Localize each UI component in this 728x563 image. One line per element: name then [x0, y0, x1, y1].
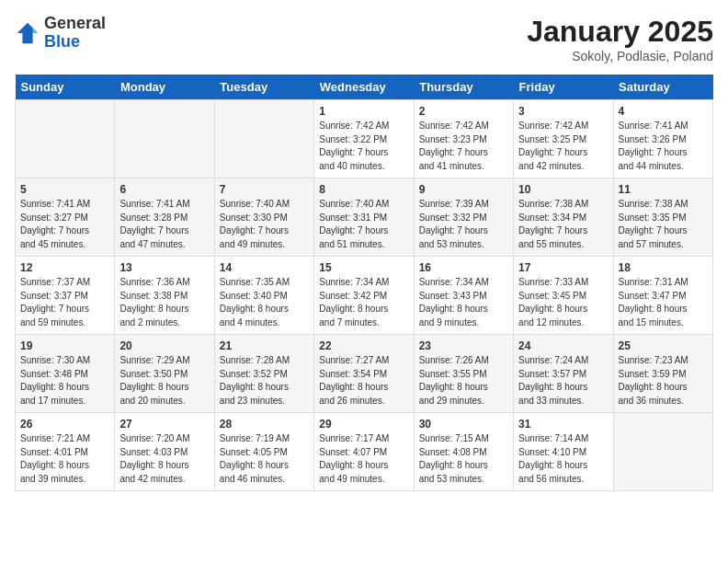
- calendar-cell: [214, 100, 313, 178]
- day-number: 6: [119, 183, 209, 196]
- day-number: 27: [119, 418, 209, 431]
- cell-text: Sunrise: 7:39 AMSunset: 3:32 PMDaylight:…: [419, 198, 508, 251]
- day-number: 24: [518, 339, 608, 352]
- calendar-cell: 24Sunrise: 7:24 AMSunset: 3:57 PMDayligh…: [514, 335, 613, 413]
- day-number: 20: [119, 339, 209, 352]
- cell-text: Sunrise: 7:34 AMSunset: 3:42 PMDaylight:…: [319, 276, 408, 329]
- header-cell-wednesday: Wednesday: [314, 75, 414, 100]
- header-cell-tuesday: Tuesday: [214, 75, 313, 100]
- cell-text: Sunrise: 7:38 AMSunset: 3:34 PMDaylight:…: [518, 198, 608, 251]
- week-row-5: 26Sunrise: 7:21 AMSunset: 4:01 PMDayligh…: [16, 413, 713, 491]
- cell-text: Sunrise: 7:33 AMSunset: 3:45 PMDaylight:…: [518, 276, 608, 329]
- header-cell-saturday: Saturday: [613, 75, 712, 100]
- calendar-cell: 15Sunrise: 7:34 AMSunset: 3:42 PMDayligh…: [314, 257, 414, 335]
- calendar-cell: 25Sunrise: 7:23 AMSunset: 3:59 PMDayligh…: [613, 335, 712, 413]
- calendar-cell: 27Sunrise: 7:20 AMSunset: 4:03 PMDayligh…: [115, 413, 214, 491]
- day-number: 30: [419, 418, 508, 431]
- header-cell-thursday: Thursday: [414, 75, 513, 100]
- calendar-cell: 17Sunrise: 7:33 AMSunset: 3:45 PMDayligh…: [514, 257, 613, 335]
- calendar-cell: 21Sunrise: 7:28 AMSunset: 3:52 PMDayligh…: [214, 335, 313, 413]
- day-number: 31: [518, 418, 608, 431]
- week-row-1: 1Sunrise: 7:42 AMSunset: 3:22 PMDaylight…: [16, 100, 713, 178]
- day-number: 25: [619, 339, 708, 352]
- cell-text: Sunrise: 7:41 AMSunset: 3:27 PMDaylight:…: [20, 198, 109, 251]
- calendar-cell: 2Sunrise: 7:42 AMSunset: 3:23 PMDaylight…: [414, 100, 513, 178]
- location-text: Sokoly, Podlasie, Poland: [527, 49, 713, 63]
- calendar-cell: 20Sunrise: 7:29 AMSunset: 3:50 PMDayligh…: [115, 335, 214, 413]
- cell-text: Sunrise: 7:20 AMSunset: 4:03 PMDaylight:…: [119, 432, 209, 486]
- header-row: SundayMondayTuesdayWednesdayThursdayFrid…: [16, 75, 713, 100]
- cell-text: Sunrise: 7:27 AMSunset: 3:54 PMDaylight:…: [319, 354, 408, 408]
- day-number: 14: [220, 261, 309, 274]
- title-area: January 2025 Sokoly, Podlasie, Poland: [527, 15, 713, 63]
- cell-text: Sunrise: 7:17 AMSunset: 4:07 PMDaylight:…: [319, 432, 408, 486]
- calendar-cell: 29Sunrise: 7:17 AMSunset: 4:07 PMDayligh…: [314, 413, 414, 491]
- cell-text: Sunrise: 7:42 AMSunset: 3:22 PMDaylight:…: [319, 120, 408, 173]
- day-number: 4: [619, 105, 708, 118]
- header-cell-friday: Friday: [514, 75, 613, 100]
- cell-text: Sunrise: 7:40 AMSunset: 3:30 PMDaylight:…: [220, 198, 309, 251]
- calendar-cell: 19Sunrise: 7:30 AMSunset: 3:48 PMDayligh…: [16, 335, 115, 413]
- logo-text: General Blue: [44, 15, 106, 52]
- calendar-cell: 11Sunrise: 7:38 AMSunset: 3:35 PMDayligh…: [613, 178, 712, 257]
- day-number: 7: [220, 183, 309, 196]
- calendar-cell: 26Sunrise: 7:21 AMSunset: 4:01 PMDayligh…: [16, 413, 115, 491]
- cell-text: Sunrise: 7:41 AMSunset: 3:28 PMDaylight:…: [119, 198, 209, 251]
- calendar-body: 1Sunrise: 7:42 AMSunset: 3:22 PMDaylight…: [16, 100, 713, 491]
- day-number: 3: [518, 105, 608, 118]
- header-cell-sunday: Sunday: [16, 75, 115, 100]
- day-number: 5: [20, 183, 109, 196]
- calendar-cell: 5Sunrise: 7:41 AMSunset: 3:27 PMDaylight…: [16, 178, 115, 257]
- day-number: 16: [419, 261, 508, 274]
- cell-text: Sunrise: 7:42 AMSunset: 3:25 PMDaylight:…: [518, 120, 608, 173]
- logo-general-text: General: [44, 15, 106, 33]
- logo: General Blue: [15, 15, 106, 52]
- cell-text: Sunrise: 7:42 AMSunset: 3:23 PMDaylight:…: [419, 120, 508, 173]
- week-row-2: 5Sunrise: 7:41 AMSunset: 3:27 PMDaylight…: [16, 178, 713, 257]
- calendar-cell: 1Sunrise: 7:42 AMSunset: 3:22 PMDaylight…: [314, 100, 414, 178]
- calendar-cell: 9Sunrise: 7:39 AMSunset: 3:32 PMDaylight…: [414, 178, 513, 257]
- day-number: 10: [518, 183, 608, 196]
- calendar-cell: 14Sunrise: 7:35 AMSunset: 3:40 PMDayligh…: [214, 257, 313, 335]
- day-number: 12: [20, 261, 109, 274]
- day-number: 18: [619, 261, 708, 274]
- cell-text: Sunrise: 7:19 AMSunset: 4:05 PMDaylight:…: [220, 432, 309, 486]
- day-number: 1: [319, 105, 408, 118]
- day-number: 17: [518, 261, 608, 274]
- calendar-header: SundayMondayTuesdayWednesdayThursdayFrid…: [16, 75, 713, 100]
- cell-text: Sunrise: 7:30 AMSunset: 3:48 PMDaylight:…: [20, 354, 109, 408]
- calendar-cell: 28Sunrise: 7:19 AMSunset: 4:05 PMDayligh…: [214, 413, 313, 491]
- calendar-cell: [16, 100, 115, 178]
- logo-blue-text: Blue: [44, 33, 106, 52]
- month-title: January 2025: [527, 15, 713, 49]
- calendar-cell: 16Sunrise: 7:34 AMSunset: 3:43 PMDayligh…: [414, 257, 513, 335]
- day-number: 21: [220, 339, 309, 352]
- svg-marker-1: [33, 28, 39, 33]
- week-row-4: 19Sunrise: 7:30 AMSunset: 3:48 PMDayligh…: [16, 335, 713, 413]
- cell-text: Sunrise: 7:28 AMSunset: 3:52 PMDaylight:…: [220, 354, 309, 408]
- calendar-cell: 6Sunrise: 7:41 AMSunset: 3:28 PMDaylight…: [115, 178, 214, 257]
- calendar-cell: 23Sunrise: 7:26 AMSunset: 3:55 PMDayligh…: [414, 335, 513, 413]
- day-number: 29: [319, 418, 408, 431]
- day-number: 26: [20, 418, 109, 431]
- cell-text: Sunrise: 7:21 AMSunset: 4:01 PMDaylight:…: [20, 432, 109, 486]
- calendar-cell: 10Sunrise: 7:38 AMSunset: 3:34 PMDayligh…: [514, 178, 613, 257]
- day-number: 28: [220, 418, 309, 431]
- cell-text: Sunrise: 7:24 AMSunset: 3:57 PMDaylight:…: [518, 354, 608, 408]
- calendar-cell: 7Sunrise: 7:40 AMSunset: 3:30 PMDaylight…: [214, 178, 313, 257]
- day-number: 13: [119, 261, 209, 274]
- calendar-cell: 18Sunrise: 7:31 AMSunset: 3:47 PMDayligh…: [613, 257, 712, 335]
- calendar-cell: 12Sunrise: 7:37 AMSunset: 3:37 PMDayligh…: [16, 257, 115, 335]
- cell-text: Sunrise: 7:31 AMSunset: 3:47 PMDaylight:…: [619, 276, 708, 329]
- day-number: 11: [619, 183, 708, 196]
- day-number: 15: [319, 261, 408, 274]
- calendar-cell: 13Sunrise: 7:36 AMSunset: 3:38 PMDayligh…: [115, 257, 214, 335]
- calendar-cell: 4Sunrise: 7:41 AMSunset: 3:26 PMDaylight…: [613, 100, 712, 178]
- day-number: 8: [319, 183, 408, 196]
- cell-text: Sunrise: 7:40 AMSunset: 3:31 PMDaylight:…: [319, 198, 408, 251]
- day-number: 19: [20, 339, 109, 352]
- calendar-table: SundayMondayTuesdayWednesdayThursdayFrid…: [15, 75, 713, 491]
- calendar-cell: 22Sunrise: 7:27 AMSunset: 3:54 PMDayligh…: [314, 335, 414, 413]
- calendar-cell: 3Sunrise: 7:42 AMSunset: 3:25 PMDaylight…: [514, 100, 613, 178]
- logo-icon: [15, 20, 40, 46]
